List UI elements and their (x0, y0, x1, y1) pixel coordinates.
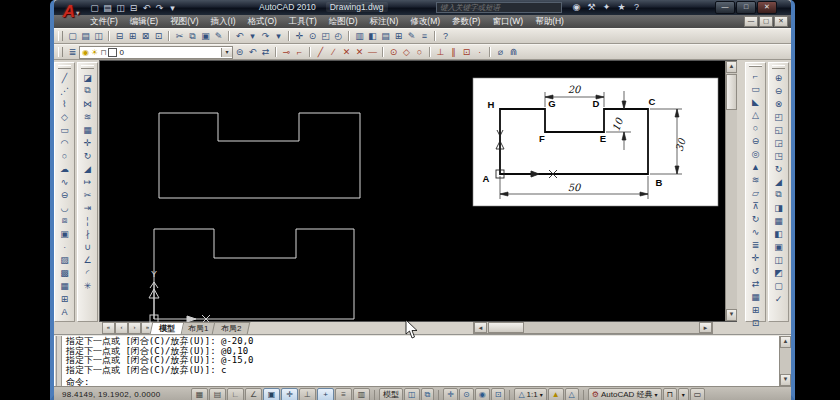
scroll-right-icon[interactable]: ► (699, 322, 712, 333)
imprint-icon[interactable]: ▣ (770, 240, 787, 253)
make-block-icon[interactable]: ▣ (56, 227, 73, 240)
extrude-icon[interactable]: ⊼ (747, 199, 764, 212)
torus-icon[interactable]: ◎ (747, 147, 764, 160)
toolbar-grip[interactable] (58, 47, 63, 57)
annotation-auto-button[interactable]: △ (565, 388, 579, 400)
pan-button[interactable]: ✛ (443, 388, 458, 400)
markup-set-manager-icon[interactable]: ✎ (405, 30, 418, 42)
revolve-icon[interactable]: ↻ (747, 212, 764, 225)
cylinder-icon[interactable]: ⊖ (747, 134, 764, 147)
designcenter-icon[interactable]: ◧ (366, 30, 379, 42)
3d-rotate-icon[interactable]: ↺ (747, 264, 764, 277)
search-input[interactable] (436, 2, 562, 13)
color-edges-icon[interactable]: ◧ (770, 227, 787, 240)
command-window-grip[interactable] (54, 336, 62, 386)
menu-view[interactable]: 视图(V) (164, 15, 204, 28)
convert-to-surface-icon[interactable]: ⊡ (747, 316, 764, 329)
scrollbar-thumb[interactable] (726, 74, 737, 110)
menu-insert[interactable]: 插入(I) (205, 15, 242, 28)
planar-surface-icon[interactable]: ▱ (747, 186, 764, 199)
snap-parallel-icon[interactable]: ∥ (447, 46, 460, 58)
copy-clip-icon[interactable]: ⧉ (186, 30, 199, 42)
snap-perpendicular-icon[interactable]: ⊥ (434, 46, 447, 58)
rotate-faces-icon[interactable]: ↻ (770, 162, 787, 175)
chamfer-icon[interactable]: ∠ (79, 253, 96, 266)
tab-prev-icon[interactable]: ‹ (115, 322, 128, 334)
polar-toggle[interactable]: ∠ (245, 388, 262, 400)
snap-tangent-icon[interactable]: ○ (413, 46, 426, 58)
circle-icon[interactable]: ○ (56, 149, 73, 162)
open-file-icon[interactable]: ▤ (79, 30, 92, 42)
annotation-visibility-button[interactable]: ▲ (548, 388, 564, 400)
scroll-down-icon[interactable]: ▼ (726, 309, 737, 321)
toolbar-grip[interactable] (81, 65, 94, 69)
lwt-toggle[interactable]: ≡ (335, 388, 352, 400)
offset-faces-icon[interactable]: ◲ (770, 136, 787, 149)
loft-icon[interactable]: ≣ (747, 238, 764, 251)
snap-quadrant-icon[interactable]: ◇ (400, 46, 413, 58)
check-icon[interactable]: ✓ (770, 292, 787, 305)
toolbar-grip[interactable] (58, 65, 71, 69)
qat-new-icon[interactable]: ▢ (88, 2, 101, 14)
move-icon[interactable]: ✛ (79, 136, 96, 149)
plot-preview-icon[interactable]: ⊞ (126, 30, 139, 42)
qp-toggle[interactable]: ▥ (353, 388, 370, 400)
3d-align-icon[interactable]: ⇄ (747, 277, 764, 290)
reference-image[interactable]: H G D C F E A B 20 10 30 (473, 78, 718, 206)
tab-first-icon[interactable]: « (102, 322, 115, 334)
copy-icon[interactable]: ⧉ (79, 84, 96, 97)
vertical-scrollbar[interactable]: ▲ ▼ (725, 61, 737, 321)
polyline-icon[interactable]: ⌇ (56, 97, 73, 110)
scroll-up-icon[interactable]: ▲ (780, 336, 791, 348)
zoom-previous-icon[interactable]: ◴ (332, 30, 345, 42)
scale-icon[interactable]: ◢ (79, 162, 96, 175)
save-icon[interactable]: ◫ (92, 30, 105, 42)
tab-layout2[interactable]: 布局2 (212, 322, 251, 334)
doc-close-button[interactable]: ✕ (774, 16, 788, 27)
convert-to-solid-icon[interactable]: ⊞ (747, 303, 764, 316)
ellipse-arc-icon[interactable]: ◡ (56, 201, 73, 214)
zoom-realtime-icon[interactable]: ⊙ (306, 30, 319, 42)
plot-icon[interactable]: ⊟ (113, 30, 126, 42)
insert-block-icon[interactable]: ⧈ (56, 214, 73, 227)
shell-icon[interactable]: ▢ (770, 279, 787, 292)
rotate-icon[interactable]: ↻ (79, 149, 96, 162)
menu-dimension[interactable]: 标注(N) (364, 15, 405, 28)
redo-dropdown-icon[interactable]: ▾ (272, 30, 285, 42)
help-circle-icon[interactable]: ? (629, 1, 644, 13)
hatch-icon[interactable]: ▨ (56, 253, 73, 266)
subscription-icon[interactable]: ⚒ (584, 1, 599, 13)
snap-apparent-intersection-icon[interactable]: ✕ (353, 46, 366, 58)
make-object-layer-current-icon[interactable]: ⊜ (233, 46, 246, 58)
offset-icon[interactable]: ≋ (79, 110, 96, 123)
doc-restore-button[interactable]: ▢ (759, 16, 773, 27)
ellipse-icon[interactable]: ⊖ (56, 188, 73, 201)
menu-draw[interactable]: 绘图(D) (323, 15, 364, 28)
ducs-toggle[interactable]: ⊥ (299, 388, 316, 400)
communication-icon[interactable]: ✦ (599, 1, 614, 13)
snap-from-icon[interactable]: ⌐ (293, 46, 306, 58)
separate-icon[interactable]: ◩ (770, 266, 787, 279)
dyn-toggle[interactable]: + (317, 388, 334, 400)
mirror-icon[interactable]: ⋈ (79, 97, 96, 110)
wedge-icon[interactable]: ◣ (747, 95, 764, 108)
helix-icon[interactable]: ≋ (747, 173, 764, 186)
sweep-icon[interactable]: ∿ (747, 225, 764, 238)
command-history[interactable]: 指定下一点或 [闭合(C)/放弃(U)]: @-20,0指定下一点或 [闭合(C… (62, 336, 779, 386)
scroll-up-icon[interactable]: ▲ (726, 61, 737, 73)
search-icon[interactable]: ◉ (569, 1, 584, 13)
properties-palette-icon[interactable]: ▥ (353, 30, 366, 42)
pan-realtime-icon[interactable]: ✛ (293, 30, 306, 42)
arc-icon[interactable]: ◠ (56, 136, 73, 149)
gradient-icon[interactable]: ▩ (56, 266, 73, 279)
quick-view-layouts-button[interactable]: ◫ (404, 388, 420, 400)
erase-icon[interactable]: ◪ (79, 71, 96, 84)
snap-extension-icon[interactable]: — (366, 46, 379, 58)
drawing-canvas[interactable]: Y (99, 60, 737, 322)
revision-cloud-icon[interactable]: ☁ (56, 162, 73, 175)
color-faces-icon[interactable]: ◨ (770, 201, 787, 214)
chevron-down-icon[interactable]: ▾ (221, 48, 232, 57)
clean-icon[interactable]: ◫ (770, 253, 787, 266)
construction-line-icon[interactable]: ⋰ (56, 84, 73, 97)
osnap-toggle[interactable]: ▣ (263, 388, 280, 400)
